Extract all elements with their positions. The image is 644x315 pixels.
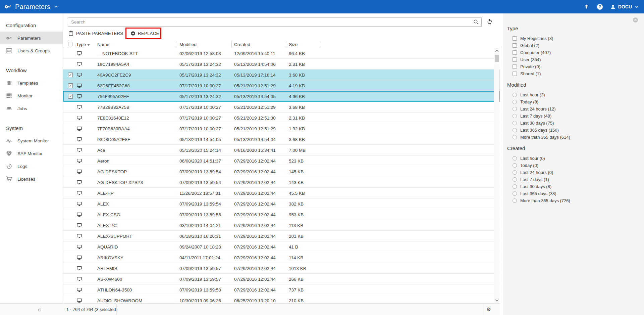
table-row[interactable]: ✓ AS-XW4600 07/09/2019 13:59:57 07/29/20… <box>63 274 500 284</box>
column-header-type[interactable]: Type <box>76 42 86 47</box>
filter-option[interactable]: Last 365 days (38) <box>513 190 637 197</box>
column-header-name[interactable]: Name <box>97 42 109 47</box>
radio-button[interactable] <box>513 114 517 118</box>
radio-button[interactable] <box>513 198 517 203</box>
table-row[interactable]: ✓ ALEX 07/09/2019 13:59:54 07/29/2016 12… <box>63 198 500 209</box>
filter-option[interactable]: Last 7 days (48) <box>513 113 637 120</box>
table-row[interactable]: ✓ 93D8D05A2E8F 05/13/2019 14:54:05 05/13… <box>63 134 500 145</box>
sidebar-item-templates[interactable]: Templates <box>0 77 63 89</box>
radio-button[interactable] <box>513 177 517 182</box>
table-row[interactable]: ✓ AG-DESKTOP 07/09/2019 13:59:54 07/29/2… <box>63 166 500 177</box>
filter-option[interactable]: Last 7 days (1) <box>513 176 637 183</box>
table-row[interactable]: ✓ ARIKOVSKY 04/11/2011 17:01:24 07/29/20… <box>63 252 500 263</box>
filter-option[interactable]: Private (0) <box>513 63 637 70</box>
radio-button[interactable] <box>513 170 517 175</box>
sidebar-item-jobs[interactable]: Jobs <box>0 102 63 115</box>
help-icon[interactable]: ? <box>597 4 603 10</box>
table-row[interactable]: ✓ 754F495A02EF 05/17/2019 13:24:32 05/13… <box>63 91 500 102</box>
filter-option[interactable]: Last 24 hours (0) <box>513 169 637 176</box>
column-header-modified[interactable]: Modified <box>179 42 197 47</box>
filter-option[interactable]: My Registries (3) <box>513 35 637 42</box>
table-row[interactable]: ✓ AQUARID 09/24/2007 10:18:23 07/29/2016… <box>63 241 500 252</box>
table-row[interactable]: ✓ ALEX-PC 03/10/2010 14:04:21 07/29/2016… <box>63 220 500 231</box>
collapse-sidebar-icon[interactable]: « <box>38 306 41 313</box>
filter-option[interactable]: Computer (407) <box>513 49 637 56</box>
refresh-icon[interactable] <box>486 18 494 26</box>
table-row[interactable]: ✓ Ace 05/13/2020 15:24:14 04/16/2020 15:… <box>63 145 500 155</box>
row-checkbox[interactable]: ✓ <box>68 73 73 77</box>
checkbox[interactable] <box>513 72 517 76</box>
scroll-down-icon[interactable] <box>494 298 500 303</box>
table-row[interactable]: ✓ ATHLON64-3500 07/09/2019 13:59:58 07/2… <box>63 284 500 295</box>
close-icon[interactable]: ✕ <box>633 17 638 22</box>
table-row[interactable]: ✓ AUDIO_SHOWROOM 10/30/2019 09:06:26 06/… <box>63 295 500 303</box>
sidebar-item-parameters[interactable]: Parameters <box>0 32 63 44</box>
page-title: Parameters <box>15 3 50 11</box>
radio-button[interactable] <box>513 107 517 111</box>
sidebar-item-users-groups[interactable]: Users & Groups <box>0 44 63 57</box>
sidebar-item-saf-monitor[interactable]: SAF Monitor <box>0 147 63 160</box>
filter-option[interactable]: Today (8) <box>513 98 637 105</box>
table-row[interactable]: ✓ ALE-HP 11/26/2012 18:57:31 07/29/2016 … <box>63 188 500 198</box>
table-row[interactable]: ✓ 40A9CC2FE2C9 05/17/2019 13:24:32 05/13… <box>63 70 500 80</box>
table-row[interactable]: ✓ ALEX-SUPPORT 06/18/2010 16:26:31 07/29… <box>63 231 500 241</box>
sidebar-item-licenses[interactable]: Licenses <box>0 173 63 185</box>
paste-parameters-button[interactable]: PASTE PARAMETERS <box>68 28 123 38</box>
table-row[interactable]: ✓ 77B29B82A75B 07/17/2019 10:00:27 05/21… <box>63 102 500 113</box>
checkbox[interactable] <box>513 57 517 62</box>
app-title-menu[interactable]: Parameters <box>0 3 58 11</box>
search-input[interactable] <box>68 17 482 27</box>
checkbox[interactable] <box>513 64 517 69</box>
radio-button[interactable] <box>513 100 517 104</box>
filter-option[interactable]: Global (2) <box>513 42 637 49</box>
radio-button[interactable] <box>513 135 517 139</box>
filter-option[interactable]: Shared (1) <box>513 70 637 77</box>
scrollbar-thumb[interactable] <box>495 55 499 62</box>
scroll-up-icon[interactable] <box>494 48 500 54</box>
filter-option[interactable]: More than 365 days (614) <box>513 134 637 141</box>
select-all-checkbox[interactable] <box>68 42 72 46</box>
filter-option[interactable]: More than 365 days (726) <box>513 197 637 204</box>
filter-option[interactable]: Last 30 days (75) <box>513 120 637 127</box>
row-checkbox[interactable]: ✓ <box>68 83 73 88</box>
table-row[interactable]: ✓ Aeron 06/08/2020 14:51:37 07/29/2016 1… <box>63 155 500 166</box>
checkbox[interactable] <box>513 36 517 41</box>
radio-button[interactable] <box>513 121 517 125</box>
radio-button[interactable] <box>513 184 517 189</box>
filter-option[interactable]: Today (0) <box>513 162 637 169</box>
table-scrollbar[interactable] <box>494 48 499 303</box>
checkbox[interactable] <box>513 50 517 55</box>
filter-option[interactable]: Last 30 days (8) <box>513 183 637 190</box>
table-row[interactable]: ✓ 7F70B630BAA4 07/17/2019 10:00:27 05/21… <box>63 123 500 134</box>
replace-button[interactable]: REPLACE <box>130 28 159 38</box>
filter-option[interactable]: User (354) <box>513 56 637 63</box>
type-filter-caret-icon[interactable] <box>87 42 90 47</box>
row-checkbox[interactable]: ✓ <box>68 94 73 99</box>
filter-option[interactable]: Last 24 hours (12) <box>513 105 637 113</box>
table-row[interactable]: ✓ ARTEMIS 07/09/2019 13:59:57 07/29/2016… <box>63 263 500 274</box>
table-row[interactable]: ✓ 62D6FE452C68 07/17/2019 10:00:27 05/21… <box>63 80 500 91</box>
table-row[interactable]: ✓ ALEX-CSG 07/09/2019 13:59:56 07/29/201… <box>63 209 500 220</box>
table-row[interactable]: ✓ AG-DESKTOP-XPSP3 07/09/2019 13:59:54 0… <box>63 177 500 188</box>
filter-option[interactable]: Last hour (3) <box>513 91 637 98</box>
table-row[interactable]: ✓ __NOTEBOOK-STT 02/06/2019 12:58:03 12/… <box>63 48 500 59</box>
table-row[interactable]: ✓ 18C71994A5A4 05/17/2019 13:24:32 05/13… <box>63 59 500 70</box>
radio-button[interactable] <box>513 163 517 168</box>
radio-button[interactable] <box>513 93 517 97</box>
gear-icon[interactable]: ⚙ <box>486 306 491 313</box>
sidebar-item-monitor[interactable]: Monitor <box>0 89 63 102</box>
sidebar-item-system-monitor[interactable]: System Monitor <box>0 134 63 147</box>
upload-icon[interactable] <box>583 4 590 10</box>
table-row[interactable]: ✓ 7E8E81640E12 07/17/2019 10:00:27 05/21… <box>63 113 500 123</box>
radio-button[interactable] <box>513 191 517 196</box>
checkbox[interactable] <box>513 43 517 48</box>
user-menu[interactable]: DOCU <box>610 4 639 10</box>
radio-button[interactable] <box>513 128 517 132</box>
column-header-size[interactable]: Size <box>289 42 298 47</box>
filter-option[interactable]: Last 365 days (150) <box>513 127 637 134</box>
filter-option[interactable]: Last hour (0) <box>513 155 637 162</box>
radio-button[interactable] <box>513 156 517 161</box>
search-icon[interactable] <box>473 19 479 25</box>
column-header-created[interactable]: Created <box>234 42 250 47</box>
sidebar-item-logs[interactable]: Logs <box>0 160 63 173</box>
